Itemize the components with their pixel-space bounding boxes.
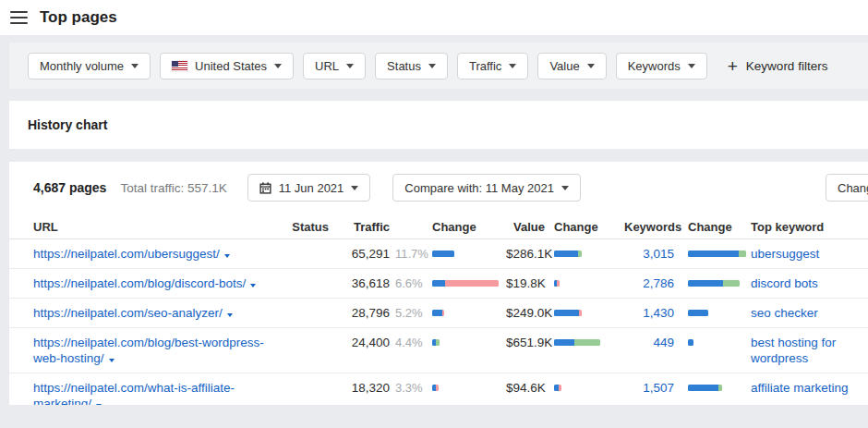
keywords-cell: 1,507 <box>624 380 674 405</box>
chevron-down-icon <box>428 64 436 68</box>
table-row: https://neilpatel.com/blog/discord-bots/… <box>9 269 868 299</box>
value-change-cell <box>545 305 624 321</box>
value-cell: $286.1K <box>506 246 545 262</box>
value-change-cell <box>545 246 624 262</box>
traffic-change-cell <box>432 246 506 262</box>
column-header-traffic[interactable]: Traffic <box>329 220 390 234</box>
traffic-change-cell <box>432 275 506 291</box>
url-expand-caret-icon[interactable] <box>250 284 256 287</box>
url-expand-caret-icon[interactable] <box>96 404 102 405</box>
keywords-link[interactable]: 3,015 <box>643 247 674 261</box>
top-keyword-cell: best hosting for wordpress <box>746 335 868 366</box>
calendar-icon <box>259 182 271 194</box>
url-link[interactable]: https://neilpatel.com/ubersuggest/ <box>33 247 220 261</box>
value-change-cell <box>545 335 624 366</box>
filter-label: Traffic <box>469 59 501 73</box>
keywords-change-bar <box>688 385 722 391</box>
keywords-cell: 3,015 <box>624 246 674 262</box>
column-header-top-keyword[interactable]: Top keyword <box>746 220 868 234</box>
traffic-value: 65,291 <box>329 246 390 262</box>
filter-url[interactable]: URL <box>303 53 366 79</box>
filter-bar: Monthly volume United States URL Status … <box>9 43 868 89</box>
url-expand-caret-icon[interactable] <box>227 313 233 317</box>
traffic-change-cell <box>432 305 506 321</box>
filter-label: Monthly volume <box>40 59 124 73</box>
keywords-link[interactable]: 1,430 <box>643 306 674 320</box>
url-link[interactable]: https://neilpatel.com/seo-analyzer/ <box>33 306 223 320</box>
changes-button[interactable]: Changes <box>826 174 868 202</box>
status-cell <box>292 275 329 291</box>
date-picker-button[interactable]: 11 Jun 2021 <box>247 174 371 202</box>
traffic-percent: 5.2% <box>390 305 432 321</box>
chevron-down-icon <box>131 64 139 68</box>
chevron-down-icon <box>688 64 695 68</box>
total-traffic: Total traffic: 557.1K <box>120 181 226 195</box>
column-header-keywords[interactable]: Keywords <box>624 220 674 234</box>
date-label: 11 Jun 2021 <box>279 181 344 195</box>
url-cell: https://neilpatel.com/blog/discord-bots/ <box>33 275 292 291</box>
filter-monthly-volume[interactable]: Monthly volume <box>28 53 151 79</box>
table-row: https://neilpatel.com/seo-analyzer/ 28,7… <box>9 299 868 328</box>
value-change-cell <box>545 380 624 405</box>
column-header-traffic-change[interactable]: Change <box>432 220 506 234</box>
keywords-change-bar <box>688 251 746 257</box>
url-cell: https://neilpatel.com/ubersuggest/ <box>33 246 292 262</box>
changes-label: Changes <box>838 181 868 195</box>
column-header-value-change[interactable]: Change <box>545 220 624 234</box>
chevron-down-icon <box>561 186 569 190</box>
filter-value[interactable]: Value <box>537 53 606 79</box>
chevron-down-icon <box>587 64 595 68</box>
traffic-percent: 6.6% <box>390 275 432 291</box>
table-row: https://neilpatel.com/blog/best-wordpres… <box>9 328 868 373</box>
column-header-url[interactable]: URL <box>33 220 292 234</box>
table-header: URL Status Traffic Change Value Change K… <box>9 215 868 239</box>
chevron-down-icon <box>351 186 358 190</box>
value-change-bar <box>554 280 560 287</box>
url-link[interactable]: https://neilpatel.com/blog/best-wordpres… <box>33 336 264 365</box>
filter-label: Value <box>549 59 579 73</box>
top-keyword-link[interactable]: seo checker <box>751 306 818 320</box>
url-cell: https://neilpatel.com/blog/best-wordpres… <box>33 335 292 366</box>
url-expand-caret-icon[interactable] <box>109 359 115 362</box>
traffic-value: 28,796 <box>329 305 390 321</box>
menu-icon[interactable] <box>10 11 28 24</box>
keywords-link[interactable]: 1,507 <box>643 381 674 395</box>
value-change-bar <box>554 251 582 257</box>
top-keyword-link[interactable]: affiliate marketing <box>751 381 849 395</box>
traffic-value: 18,320 <box>329 380 390 405</box>
url-cell: https://neilpatel.com/what-is-affiliate-… <box>33 380 292 405</box>
keywords-change-cell <box>674 335 746 366</box>
keywords-change-bar <box>688 339 693 346</box>
traffic-percent: 3.3% <box>390 380 432 405</box>
url-expand-caret-icon[interactable] <box>224 254 230 258</box>
page-title: Top pages <box>40 8 117 27</box>
compare-with-button[interactable]: Compare with: 11 May 2021 <box>392 174 581 202</box>
filter-label: Status <box>387 59 421 73</box>
keywords-link[interactable]: 449 <box>653 336 674 349</box>
filter-traffic[interactable]: Traffic <box>457 53 528 79</box>
table-row: https://neilpatel.com/ubersuggest/ 65,29… <box>9 239 868 269</box>
value-change-cell <box>545 275 624 291</box>
column-header-status[interactable]: Status <box>292 220 329 234</box>
column-header-value[interactable]: Value <box>506 220 545 234</box>
keywords-link[interactable]: 2,786 <box>643 276 674 290</box>
traffic-change-bar <box>432 251 454 257</box>
keyword-filters-button[interactable]: + Keyword filters <box>728 57 828 75</box>
filter-status[interactable]: Status <box>375 53 448 79</box>
value-cell: $249.0K <box>506 305 545 321</box>
value-change-bar <box>554 385 561 391</box>
column-header-keywords-change[interactable]: Change <box>674 220 746 234</box>
top-keyword-link[interactable]: best hosting for wordpress <box>751 336 836 365</box>
filter-keywords[interactable]: Keywords <box>616 53 707 79</box>
results-toolbar: 4,687 pages Total traffic: 557.1K 11 Jun… <box>9 174 868 202</box>
url-link[interactable]: https://neilpatel.com/what-is-affiliate-… <box>33 381 235 405</box>
value-cell: $651.9K <box>506 335 545 366</box>
traffic-value: 36,618 <box>329 275 390 291</box>
url-link[interactable]: https://neilpatel.com/blog/discord-bots/ <box>33 276 246 290</box>
filter-country[interactable]: United States <box>160 53 294 79</box>
top-keyword-link[interactable]: discord bots <box>751 276 818 290</box>
results-section: 4,687 pages Total traffic: 557.1K 11 Jun… <box>9 162 868 405</box>
chevron-down-icon <box>346 64 354 68</box>
top-keyword-link[interactable]: ubersuggest <box>751 247 819 261</box>
chevron-down-icon <box>274 64 282 68</box>
